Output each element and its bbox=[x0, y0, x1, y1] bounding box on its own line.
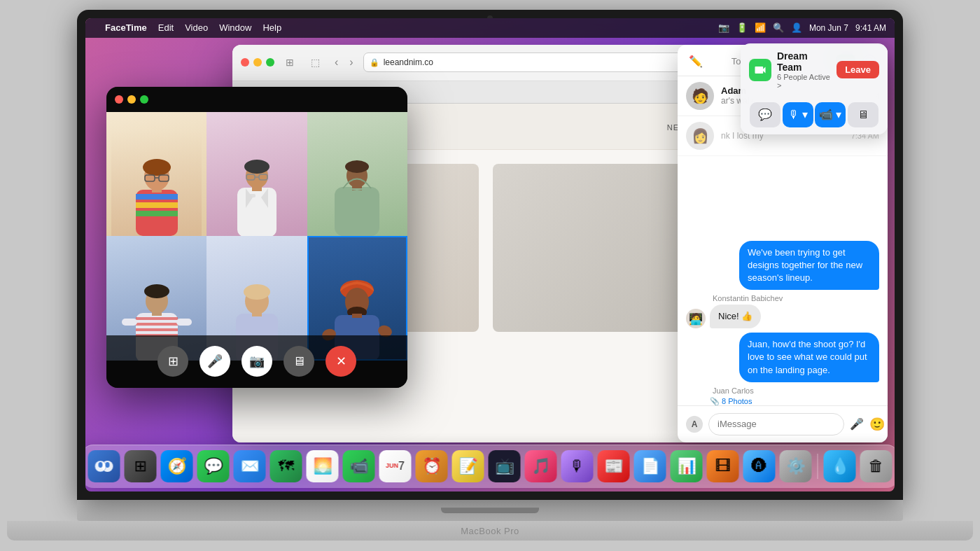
back-btn[interactable]: ‹ bbox=[330, 55, 342, 70]
svg-rect-48 bbox=[136, 323, 178, 326]
ft-person-1 bbox=[111, 130, 202, 236]
dock-trash[interactable]: 🗑 bbox=[860, 450, 892, 482]
dock-finder[interactable] bbox=[88, 450, 120, 482]
close-dot[interactable] bbox=[241, 58, 249, 67]
svg-rect-49 bbox=[136, 328, 178, 331]
dock-systemprefs[interactable]: ⚙️ bbox=[780, 450, 812, 482]
dock-maps[interactable]: 🗺 bbox=[270, 450, 302, 482]
format-btn[interactable]: A bbox=[686, 416, 703, 433]
konstantin-avatar: 🧑‍💻 bbox=[686, 309, 706, 328]
ft-room-3 bbox=[307, 112, 407, 237]
macbook-hinge bbox=[77, 500, 903, 521]
ft-notif-chat-btn[interactable]: 💬 bbox=[750, 102, 780, 127]
safari-dock-icon: 🧭 bbox=[167, 457, 186, 475]
pages-dock-icon: 📄 bbox=[640, 457, 659, 475]
dock-pages[interactable]: 📄 bbox=[634, 450, 666, 482]
svg-rect-35 bbox=[237, 188, 276, 236]
message-input[interactable] bbox=[708, 413, 844, 435]
svg-rect-57 bbox=[252, 312, 262, 316]
camera-menubar-icon: 📷 bbox=[718, 22, 729, 33]
dock-calendar[interactable]: JUN 7 bbox=[379, 450, 412, 482]
msg-bubble-2: Juan, how'd the shoot go? I'd love to se… bbox=[739, 333, 879, 382]
facetime-grid bbox=[106, 112, 407, 361]
ft-minimize-dot[interactable] bbox=[127, 95, 136, 104]
menubar-left: FaceTime Edit Video Window Help bbox=[94, 22, 281, 33]
search-icon[interactable]: 🔍 bbox=[773, 22, 784, 33]
tab-switcher-btn[interactable]: ⊞ bbox=[280, 55, 300, 69]
svg-rect-26 bbox=[136, 194, 178, 200]
launchpad-icon: ⊞ bbox=[134, 457, 147, 475]
numbers-dock-icon: 📊 bbox=[677, 457, 696, 475]
photos-dock-icon: 🌅 bbox=[313, 457, 332, 475]
ft-notif-info: Dream Team 6 People Active > bbox=[749, 50, 831, 90]
dock-screensaver[interactable]: 💧 bbox=[824, 450, 856, 482]
ft-room-2 bbox=[206, 112, 307, 237]
svg-rect-53 bbox=[176, 319, 192, 326]
dock-notes[interactable]: 📝 bbox=[452, 450, 484, 482]
dock-keynote[interactable]: 🎞 bbox=[707, 450, 739, 482]
juan-content: 📎 8 Photos bbox=[710, 397, 822, 405]
ft-notif-mic-btn[interactable]: 🎙 ▾ bbox=[783, 102, 813, 127]
svg-point-31 bbox=[244, 160, 270, 174]
svg-point-21 bbox=[143, 159, 171, 176]
menu-edit[interactable]: Edit bbox=[158, 22, 174, 33]
dock-news[interactable]: 📰 bbox=[598, 450, 630, 482]
dock-mail[interactable]: ✉️ bbox=[234, 450, 266, 482]
ft-grid-btn[interactable]: ⊞ bbox=[158, 346, 188, 377]
sidebar-btn[interactable]: ⬚ bbox=[305, 55, 325, 69]
msg-bubble-konstantin: Nice! 👍 bbox=[710, 305, 761, 328]
ft-leave-btn[interactable]: Leave bbox=[836, 61, 879, 78]
keynote-dock-icon: 🎞 bbox=[715, 457, 731, 475]
adam-avatar: 🧑 bbox=[686, 82, 714, 110]
window-controls bbox=[241, 58, 274, 67]
svg-rect-29 bbox=[152, 187, 162, 193]
mail-dock-icon: ✉️ bbox=[240, 457, 259, 475]
compose-btn[interactable]: ✏️ bbox=[689, 55, 703, 68]
dock-facetime[interactable]: 📹 bbox=[343, 450, 375, 482]
dock-launchpad[interactable]: ⊞ bbox=[125, 450, 157, 482]
finder-icon bbox=[94, 456, 115, 477]
ft-notif-controls: 💬 🎙 ▾ 📹 ▾ 🖥 bbox=[749, 97, 879, 127]
dock-safari[interactable]: 🧭 bbox=[161, 450, 193, 482]
dock-photos[interactable]: 🌅 bbox=[307, 450, 339, 482]
menu-help[interactable]: Help bbox=[262, 22, 281, 33]
audio-btn[interactable]: 🎤 bbox=[850, 417, 864, 431]
ft-notif-camera-btn[interactable]: 📹 ▾ bbox=[815, 102, 846, 127]
msg-incoming-juan: Juan Carlos 👨‍🦱 📎 8 Photos bbox=[686, 386, 879, 405]
dock-numbers[interactable]: 📊 bbox=[671, 450, 703, 482]
emoji-btn[interactable]: 🙂 bbox=[869, 417, 885, 432]
tv-dock-icon: 📺 bbox=[495, 457, 514, 475]
news-dock-icon: 📰 bbox=[604, 457, 623, 475]
menubar-right: 📷 🔋 📶 🔍 👤 Mon Jun 7 9:41 AM bbox=[718, 22, 886, 33]
ft-mic-btn[interactable]: 🎤 bbox=[200, 346, 230, 377]
msg-sender-konstantin: Konstantin Babichev bbox=[686, 294, 879, 302]
forward-btn[interactable]: › bbox=[345, 55, 357, 70]
minimize-dot[interactable] bbox=[253, 58, 262, 67]
ft-notif-screen-btn[interactable]: 🖥 bbox=[848, 102, 878, 127]
dock-appstore[interactable]: 🅐 bbox=[743, 450, 776, 482]
facetime-window[interactable]: ⊞ 🎤 📷 🖥 ✕ bbox=[106, 87, 407, 388]
ft-close-dot[interactable] bbox=[115, 95, 123, 104]
menu-video[interactable]: Video bbox=[185, 22, 208, 33]
dock-reminders[interactable]: ⏰ bbox=[416, 450, 448, 482]
menu-window[interactable]: Window bbox=[219, 22, 251, 33]
ft-screen-btn[interactable]: 🖥 bbox=[284, 346, 314, 377]
dock-tv[interactable]: 📺 bbox=[489, 450, 521, 482]
svg-point-69 bbox=[106, 462, 110, 468]
menubar: FaceTime Edit Video Window Help 📷 🔋 📶 🔍 … bbox=[85, 18, 895, 38]
maximize-dot[interactable] bbox=[266, 58, 274, 67]
msg-sender-juan: Juan Carlos bbox=[686, 386, 879, 395]
ft-camera-btn[interactable]: 📷 bbox=[241, 346, 272, 377]
adam-emoji: 🧑 bbox=[692, 88, 709, 104]
ft-notif-app-icon bbox=[749, 59, 771, 81]
dock-divider bbox=[818, 454, 818, 479]
dock-messages[interactable]: 💬 bbox=[197, 450, 230, 482]
person-1-svg bbox=[122, 159, 192, 236]
battery-icon: 🔋 bbox=[736, 22, 748, 33]
ft-maximize-dot[interactable] bbox=[140, 95, 148, 104]
dock-music[interactable]: 🎵 bbox=[525, 450, 557, 482]
app-name[interactable]: FaceTime bbox=[105, 22, 147, 33]
dock: ⊞ 🧭 💬 ✉️ 🗺 bbox=[85, 445, 895, 488]
ft-end-btn[interactable]: ✕ bbox=[326, 346, 356, 377]
dock-podcasts[interactable]: 🎙 bbox=[561, 450, 594, 482]
